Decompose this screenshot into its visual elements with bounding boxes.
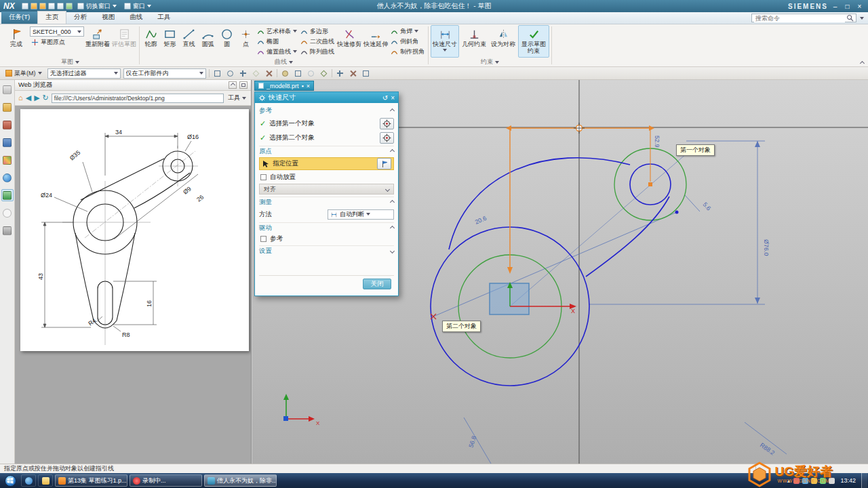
circle-button[interactable]: 圆 xyxy=(218,25,236,58)
minimize-ribbon-icon[interactable] xyxy=(860,61,865,66)
part-navigator-icon[interactable] xyxy=(1,136,14,148)
undo-icon[interactable] xyxy=(31,3,37,9)
web-browser-icon[interactable] xyxy=(1,189,14,201)
offset-curve-button[interactable]: 偏置曲线 xyxy=(256,47,298,56)
taskbar-item-recording[interactable]: 录制中... xyxy=(130,474,202,487)
assembly-navigator-icon[interactable] xyxy=(1,101,14,113)
chevron-down-icon[interactable] xyxy=(860,17,864,20)
switch-window-button[interactable]: 切换窗口 xyxy=(75,1,119,11)
graphics-viewport[interactable]: X X 20.6 52.9 5.6 Ø76.0 56.8 R88.2 _mode… xyxy=(252,80,868,464)
pin-icon[interactable]: ▪ xyxy=(302,83,304,89)
select-second-object-button[interactable] xyxy=(380,132,394,144)
specify-location-row[interactable]: 指定位置 xyxy=(259,157,394,170)
sketch-group-label[interactable]: 草图 xyxy=(3,58,137,66)
quick-dimension-button[interactable]: 快速尺寸 xyxy=(431,25,459,58)
history-icon[interactable] xyxy=(1,207,14,219)
forward-icon[interactable]: ▶ xyxy=(34,94,39,102)
panel-float-icon[interactable] xyxy=(239,81,248,89)
center-point-icon[interactable] xyxy=(280,68,290,79)
cursor-location-icon[interactable] xyxy=(348,68,358,79)
tab-tools[interactable]: 工具 xyxy=(150,12,178,24)
alignment-section[interactable]: 对齐 xyxy=(259,184,394,195)
tab-view[interactable]: 视图 xyxy=(94,12,122,24)
polygon-button[interactable]: 多边形 xyxy=(299,26,336,36)
fillet-button[interactable]: 角焊 xyxy=(389,26,426,36)
taskbar-explorer-icon[interactable] xyxy=(38,474,53,487)
copy-icon[interactable] xyxy=(57,3,64,9)
line-button[interactable]: 直线 xyxy=(180,25,198,58)
command-search[interactable] xyxy=(751,14,856,22)
close-dialog-button[interactable]: 关闭 xyxy=(363,279,391,289)
browser-tools-button[interactable]: 工具 xyxy=(226,94,248,102)
address-bar[interactable] xyxy=(52,94,224,103)
close-button[interactable]: × xyxy=(854,3,865,10)
quick-extend-button[interactable]: 快速延伸 xyxy=(363,25,389,58)
make-symmetric-button[interactable]: 设为对称 xyxy=(489,25,517,58)
menu-button[interactable]: 菜单(M) xyxy=(3,68,45,78)
window-menu-button[interactable]: 窗口 xyxy=(121,1,154,11)
reference-row[interactable]: 参考 xyxy=(259,234,394,243)
resource-pin-icon[interactable] xyxy=(1,83,14,96)
rectangle-button[interactable]: 矩形 xyxy=(161,25,179,58)
specify-location-button[interactable] xyxy=(377,158,391,169)
auto-place-checkbox[interactable] xyxy=(260,174,267,180)
profile-button[interactable]: 轮廓 xyxy=(142,25,160,58)
ellipse-button[interactable]: 椭圆 xyxy=(256,37,298,46)
quick-trim-button[interactable]: 快速修剪 xyxy=(336,25,362,58)
select-second-object-row[interactable]: ✓ 选择第二个对象 xyxy=(259,131,394,144)
chamfer-button[interactable]: 倒斜角 xyxy=(389,37,426,46)
tab-task[interactable]: 任务(T) xyxy=(1,12,37,24)
endpoint-icon[interactable] xyxy=(293,68,303,79)
snap-point-icon[interactable] xyxy=(225,68,235,79)
paste-icon[interactable] xyxy=(66,3,73,9)
quadrant-point-icon[interactable] xyxy=(319,68,329,79)
reference-checkbox[interactable] xyxy=(260,236,267,242)
select-first-object-button[interactable] xyxy=(380,118,394,129)
tab-analysis[interactable]: 分析 xyxy=(66,12,94,24)
tray-clock[interactable]: 13:42 xyxy=(837,477,859,484)
existing-point-icon[interactable] xyxy=(335,68,345,79)
tab-curve[interactable]: 曲线 xyxy=(122,12,150,24)
reattach-button[interactable]: 重新附着 xyxy=(85,25,111,58)
geometric-constraints-button[interactable]: 几何约束 xyxy=(460,25,488,58)
display-sketch-constraints-button[interactable]: 显示草图约束 xyxy=(518,25,549,58)
conic-button[interactable]: 二次曲线 xyxy=(299,37,336,46)
selection-scope-combo[interactable]: 仅在工作部件内 xyxy=(123,68,206,79)
internet-explorer-icon[interactable] xyxy=(1,171,14,184)
section-driving[interactable]: 驱动 xyxy=(259,222,394,232)
section-reference[interactable]: 参考 xyxy=(259,106,394,115)
roles-icon[interactable] xyxy=(1,224,14,237)
web-browser-content[interactable]: 34 Ø16 Ø35 Ø24 Ø9 26 43 16 R4 R8 xyxy=(15,106,251,464)
taskbar-ie-icon[interactable] xyxy=(21,474,36,487)
select-first-object-row[interactable]: ✓ 选择第一个对象 xyxy=(259,117,394,129)
make-corner-button[interactable]: 制作拐角 xyxy=(389,47,426,56)
point-on-curve-icon[interactable] xyxy=(238,68,248,79)
minimize-button[interactable]: – xyxy=(830,3,840,10)
part-tab[interactable]: _model8.prt ▪ × xyxy=(254,81,314,91)
redo-icon[interactable] xyxy=(39,3,46,9)
auto-place-row[interactable]: 自动放置 xyxy=(259,172,394,182)
show-desktop-button[interactable] xyxy=(861,473,867,488)
tab-home[interactable]: 主页 xyxy=(37,11,66,24)
curve-group-label[interactable]: 曲线 xyxy=(142,58,426,66)
taskbar-item-nx[interactable]: 僧人永不为奴，除非... xyxy=(204,474,277,487)
dialog-reset-icon[interactable]: ↺ xyxy=(382,94,388,102)
reuse-library-icon[interactable] xyxy=(1,154,14,166)
back-icon[interactable]: ◀ xyxy=(26,94,31,102)
save-icon[interactable] xyxy=(22,3,28,9)
finish-sketch-button[interactable]: 完成 xyxy=(3,25,29,58)
arc-button[interactable]: 圆弧 xyxy=(199,25,217,58)
studio-spline-button[interactable]: 艺术样条 xyxy=(256,26,298,36)
section-settings[interactable]: 设置 xyxy=(259,245,394,255)
sketch-origin-button[interactable]: 草图原点 xyxy=(30,37,84,47)
tab-close-icon[interactable]: × xyxy=(307,83,310,89)
grid-snap-icon[interactable] xyxy=(361,68,371,79)
dialog-close-icon[interactable]: × xyxy=(391,94,395,102)
intersection-icon[interactable] xyxy=(264,68,274,79)
dialog-titlebar[interactable]: 快速尺寸 ↺ × xyxy=(255,92,398,103)
select-all-icon[interactable] xyxy=(212,68,222,79)
section-measure[interactable]: 测量 xyxy=(259,197,394,206)
search-input[interactable] xyxy=(754,14,845,22)
maximize-button[interactable]: □ xyxy=(842,3,852,10)
home-icon[interactable]: ⌂ xyxy=(18,94,23,102)
